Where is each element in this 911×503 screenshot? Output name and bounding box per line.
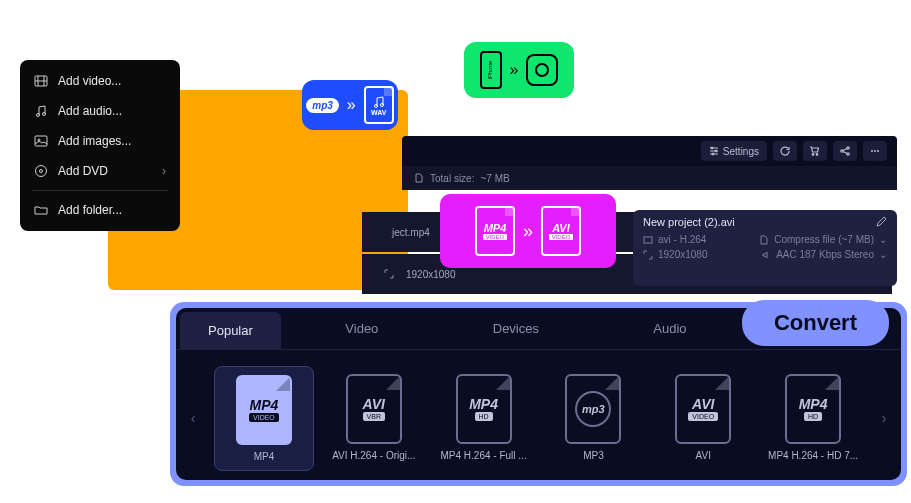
output-filename: New project (2).avi (643, 216, 735, 228)
output-resolution[interactable]: 1920x1080 (643, 249, 708, 260)
conversion-badge-mp3-wav: mp3 » WAV (302, 80, 398, 130)
svg-point-19 (877, 150, 879, 152)
file-resolution: 1920x1080 (406, 269, 456, 280)
format-label: MP4 H.264 - HD 7... (763, 450, 863, 461)
svg-point-10 (715, 150, 717, 152)
instagram-icon (526, 54, 558, 86)
chevron-down-icon: ⌄ (879, 234, 887, 245)
svg-point-11 (712, 153, 714, 155)
svg-point-17 (871, 150, 873, 152)
format-label: MP3 (544, 450, 644, 461)
file-icon (414, 173, 424, 183)
edit-icon[interactable] (875, 216, 887, 228)
menu-add-video[interactable]: Add video... (20, 66, 180, 96)
svg-point-9 (711, 147, 713, 149)
mp3-pill: mp3 (306, 98, 339, 113)
menu-add-images[interactable]: Add images... (20, 126, 180, 156)
svg-point-5 (36, 166, 47, 177)
output-settings-panel: New project (2).avi avi - H.264 Compress… (633, 210, 897, 286)
format-option-avi[interactable]: AVIVIDEOAVI (653, 366, 753, 471)
format-file-icon: AVIVIDEO (675, 374, 731, 444)
file-name: ject.mp4 (392, 227, 430, 238)
folder-icon (34, 203, 48, 217)
app-toolbar: Settings (402, 136, 897, 166)
format-label: AVI (653, 450, 753, 461)
resize-icon (384, 269, 394, 279)
iphone-icon: iPhone (480, 51, 502, 89)
scroll-left-button[interactable]: ‹ (182, 390, 204, 446)
double-chevron-icon: » (523, 221, 533, 242)
add-media-menu: Add video... Add audio... Add images... … (20, 60, 180, 231)
conversion-badge-iphone-instagram: iPhone » (464, 42, 574, 98)
double-chevron-icon: » (347, 96, 356, 114)
format-option-avi[interactable]: AVIVBRAVI H.264 - Origi... (324, 366, 424, 471)
format-file-icon: mp3 (565, 374, 621, 444)
format-label: AVI H.264 - Origi... (324, 450, 424, 461)
tab-video[interactable]: Video (285, 308, 439, 349)
svg-rect-20 (644, 237, 652, 243)
menu-label: Add audio... (58, 104, 122, 118)
format-list: ‹ MP4VIDEOMP4AVIVBRAVI H.264 - Origi...M… (176, 350, 901, 480)
music-icon (34, 104, 48, 118)
double-chevron-icon: » (510, 61, 519, 79)
svg-point-6 (40, 170, 43, 173)
svg-rect-3 (35, 136, 47, 146)
tab-audio[interactable]: Audio (593, 308, 747, 349)
share-button[interactable] (833, 141, 857, 161)
menu-add-audio[interactable]: Add audio... (20, 96, 180, 126)
format-option-mp4[interactable]: MP4VIDEOMP4 (214, 366, 314, 471)
svg-point-18 (874, 150, 876, 152)
chevron-right-icon: › (162, 164, 166, 178)
scroll-right-button[interactable]: › (873, 390, 895, 446)
format-option-mp4[interactable]: MP4HDMP4 H.264 - HD 7... (763, 366, 863, 471)
settings-label: Settings (723, 146, 759, 157)
svg-point-13 (816, 154, 818, 156)
total-size-label: Total size: (430, 173, 474, 184)
convert-button[interactable]: Convert (742, 300, 889, 346)
mp4-file-icon: MP4 VIDEO (475, 206, 515, 256)
more-button[interactable] (863, 141, 887, 161)
output-audio[interactable]: AAC 187 Kbps Stereo ⌄ (761, 249, 887, 260)
output-codec[interactable]: avi - H.264 (643, 234, 706, 245)
menu-label: Add DVD (58, 164, 152, 178)
svg-point-8 (380, 103, 383, 106)
tab-devices[interactable]: Devices (439, 308, 593, 349)
svg-point-7 (374, 104, 377, 107)
svg-point-12 (812, 154, 814, 156)
chevron-down-icon: ⌄ (879, 249, 887, 260)
compress-file-button[interactable]: Compress file (~7 MB) ⌄ (759, 234, 887, 245)
svg-point-1 (37, 114, 40, 117)
image-icon (34, 134, 48, 148)
menu-label: Add images... (58, 134, 131, 148)
settings-button[interactable]: Settings (701, 141, 767, 161)
cart-button[interactable] (803, 141, 827, 161)
menu-separator (32, 190, 168, 191)
avi-file-icon: AVI VIDEO (541, 206, 581, 256)
format-file-icon: MP4VIDEO (236, 375, 292, 445)
format-label: MP4 (215, 451, 313, 462)
format-file-icon: MP4HD (785, 374, 841, 444)
total-size-value: ~7 MB (480, 173, 509, 184)
menu-label: Add video... (58, 74, 121, 88)
wav-file-icon: WAV (364, 86, 394, 124)
menu-label: Add folder... (58, 203, 122, 217)
disc-icon (34, 164, 48, 178)
person-image (185, 10, 385, 290)
format-option-mp3[interactable]: mp3MP3 (544, 366, 644, 471)
format-label: MP4 H.264 - Full ... (434, 450, 534, 461)
refresh-button[interactable] (773, 141, 797, 161)
format-file-icon: MP4HD (456, 374, 512, 444)
menu-add-folder[interactable]: Add folder... (20, 195, 180, 225)
menu-add-dvd[interactable]: Add DVD › (20, 156, 180, 186)
total-size-bar: Total size: ~7 MB (402, 166, 897, 190)
format-option-mp4[interactable]: MP4HDMP4 H.264 - Full ... (434, 366, 534, 471)
tab-popular[interactable]: Popular (180, 312, 281, 349)
film-icon (34, 74, 48, 88)
format-picker-panel: Convert Popular Video Devices Audio Imag… (170, 302, 907, 486)
format-file-icon: AVIVBR (346, 374, 402, 444)
conversion-badge-mp4-avi: MP4 VIDEO » AVI VIDEO (440, 194, 616, 268)
svg-point-2 (43, 113, 46, 116)
